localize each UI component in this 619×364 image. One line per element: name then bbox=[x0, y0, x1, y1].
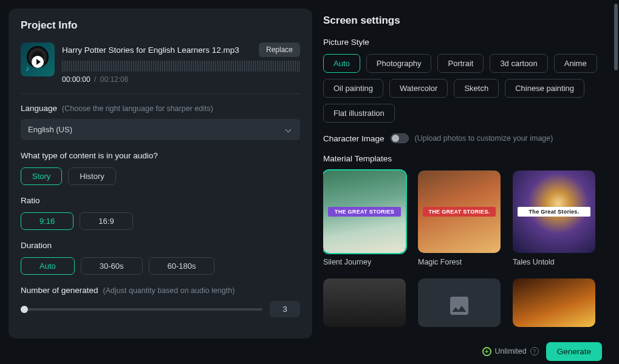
material-templates-label: Material Templates bbox=[323, 154, 610, 163]
chip-story[interactable]: Story bbox=[21, 167, 62, 185]
chevron-down-icon bbox=[286, 127, 292, 133]
chip-9-16[interactable]: 9:16 bbox=[21, 212, 74, 230]
help-icon: ? bbox=[530, 347, 539, 356]
template-card bbox=[418, 278, 501, 327]
language-hint: (Choose the right language for sharper e… bbox=[62, 104, 213, 113]
template-grid: THE GREAT STORIESSilent JourneyTHE GREAT… bbox=[323, 170, 610, 327]
generate-button[interactable]: Generate bbox=[546, 342, 602, 361]
chip-history[interactable]: History bbox=[68, 167, 115, 185]
template-caption: THE GREAT STORIES bbox=[328, 207, 401, 217]
generated-label: Number of generated bbox=[21, 286, 98, 295]
screen-settings-panel: Screen settings Picture Style AutoPhotog… bbox=[323, 8, 610, 339]
play-icon bbox=[32, 56, 44, 68]
template-card bbox=[513, 278, 595, 327]
style-chinese-painting[interactable]: Chinese painting bbox=[505, 79, 584, 98]
template-placeholder[interactable] bbox=[418, 278, 501, 327]
chip-60-180s[interactable]: 60-180s bbox=[149, 257, 215, 275]
content-type-label: What type of content is in your audio? bbox=[21, 151, 300, 160]
plus-icon: + bbox=[482, 347, 491, 356]
generated-hint: (Adjust quantity based on audio length) bbox=[103, 286, 235, 295]
style-anime[interactable]: Anime bbox=[554, 54, 597, 73]
style-portrait[interactable]: Portrait bbox=[437, 54, 484, 73]
generated-slider[interactable] bbox=[21, 308, 262, 311]
duration-label: Duration bbox=[21, 241, 300, 250]
audio-filename: Harry Potter Stories for English Learner… bbox=[62, 46, 239, 55]
project-info-title: Project Info bbox=[21, 19, 300, 32]
picture-style-label: Picture Style bbox=[323, 38, 610, 47]
template-name: Silent Journey bbox=[323, 258, 406, 266]
audio-thumbnail[interactable]: ♪ bbox=[21, 42, 55, 76]
chip-auto[interactable]: Auto bbox=[21, 257, 75, 275]
character-image-hint: (Upload photos to customize your image) bbox=[415, 134, 553, 143]
template-caption: THE GREAT STORIES. bbox=[423, 207, 496, 217]
style-photography[interactable]: Photography bbox=[366, 54, 432, 73]
picture-style-chips: AutoPhotographyPortrait3d cartoonAnimeOi… bbox=[323, 54, 610, 123]
unlimited-button[interactable]: + Unlimited ? bbox=[482, 347, 539, 356]
style-sketch[interactable]: Sketch bbox=[454, 79, 499, 98]
music-note-icon: ♪ bbox=[26, 64, 29, 73]
template-card: THE GREAT STORIESSilent Journey bbox=[323, 170, 406, 266]
ratio-chips: 9:1616:9 bbox=[21, 212, 300, 230]
template-thumbnail[interactable] bbox=[323, 278, 406, 327]
generated-value[interactable]: 3 bbox=[270, 301, 300, 317]
audio-waveform[interactable] bbox=[62, 61, 300, 72]
style-auto[interactable]: Auto bbox=[323, 54, 360, 73]
template-card: The Great Stories.Tales Untold bbox=[513, 170, 595, 266]
scrollbar[interactable] bbox=[614, 4, 618, 70]
ratio-label: Ratio bbox=[21, 196, 300, 205]
template-card bbox=[323, 278, 406, 327]
language-select[interactable]: English (US) bbox=[21, 119, 300, 140]
template-thumbnail[interactable] bbox=[513, 278, 595, 327]
duration-chips: Auto30-60s60-180s bbox=[21, 257, 300, 275]
style-oil-painting[interactable]: Oil painting bbox=[323, 79, 383, 98]
chip-30-60s[interactable]: 30-60s bbox=[81, 257, 143, 275]
style-3d-cartoon[interactable]: 3d cartoon bbox=[490, 54, 547, 73]
style-flat-illustration[interactable]: Flat illustration bbox=[323, 104, 395, 123]
replace-button[interactable]: Replace bbox=[259, 42, 300, 57]
project-info-panel: Project Info ♪ Harry Potter Stories for … bbox=[9, 8, 312, 339]
template-name: Tales Untold bbox=[513, 258, 595, 266]
audio-file-row: ♪ Harry Potter Stories for English Learn… bbox=[21, 42, 300, 84]
screen-settings-title: Screen settings bbox=[323, 15, 610, 27]
template-name: Magic Forest bbox=[418, 258, 501, 266]
time-total: 00:12:06 bbox=[100, 75, 129, 84]
footer-bar: + Unlimited ? Generate bbox=[0, 339, 619, 364]
time-current: 00:00:00 bbox=[62, 75, 91, 84]
content-type-chips: StoryHistory bbox=[21, 167, 300, 185]
style-watercolor[interactable]: Watercolor bbox=[389, 79, 448, 98]
character-image-label: Character Image bbox=[323, 134, 385, 143]
template-card: THE GREAT STORIES.Magic Forest bbox=[418, 170, 501, 266]
slider-thumb[interactable] bbox=[21, 306, 28, 313]
template-caption: The Great Stories. bbox=[518, 207, 590, 217]
template-thumbnail[interactable]: The Great Stories. bbox=[513, 170, 595, 253]
character-image-toggle[interactable] bbox=[391, 133, 409, 143]
chip-16-9[interactable]: 16:9 bbox=[80, 212, 132, 230]
language-label: Language bbox=[21, 104, 57, 113]
template-thumbnail[interactable]: THE GREAT STORIES. bbox=[418, 170, 501, 253]
template-thumbnail[interactable]: THE GREAT STORIES bbox=[323, 170, 406, 253]
